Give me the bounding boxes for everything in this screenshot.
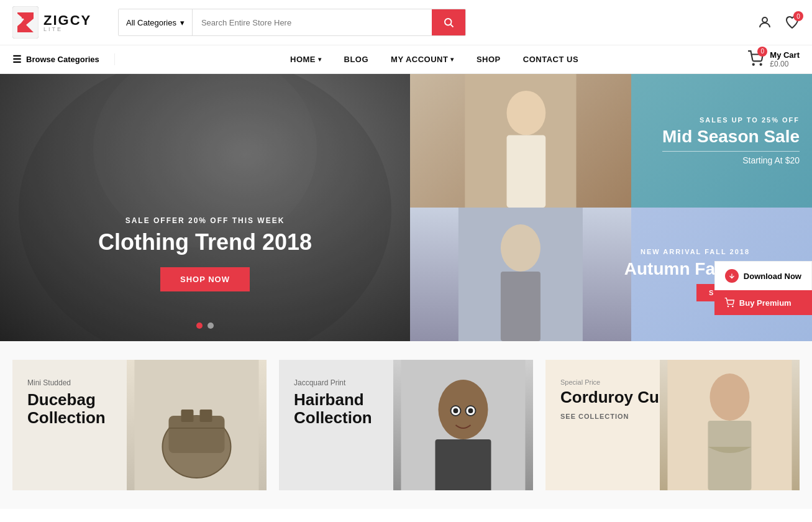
hero-offer-text: SALE OFFER 20% OFF THIS WEEK xyxy=(41,216,369,225)
nav-contact[interactable]: CONTACT US xyxy=(513,47,588,71)
nav-account-label: MY ACCOUNT xyxy=(391,55,448,64)
floating-buttons: Download Now Buy Premium xyxy=(714,261,812,315)
logo-icon: Z xyxy=(12,6,39,39)
svg-point-6 xyxy=(760,63,762,65)
product-1-image xyxy=(127,360,267,490)
svg-rect-20 xyxy=(181,410,194,422)
svg-point-5 xyxy=(753,63,754,65)
shop-now-button[interactable]: SHOP NOW xyxy=(160,267,250,291)
svg-rect-11 xyxy=(507,135,546,208)
svg-point-4 xyxy=(762,17,767,22)
bag-illustration xyxy=(127,360,267,490)
chevron-down-icon: ▾ xyxy=(450,56,454,63)
product-3-image xyxy=(660,360,800,490)
nav-blog[interactable]: BLOG xyxy=(334,47,379,71)
sale-label: SALES UP TO 25% OFF xyxy=(662,116,800,124)
buy-premium-button[interactable]: Buy Premium xyxy=(714,290,812,315)
nav-shop[interactable]: SHOP xyxy=(467,47,511,71)
nav-bar: ☰ Browse Categories HOME ▾ BLOG MY ACCOU… xyxy=(0,45,812,74)
svg-rect-21 xyxy=(200,410,212,422)
svg-point-24 xyxy=(439,380,488,439)
svg-point-28 xyxy=(454,408,458,413)
header-icons: 0 xyxy=(757,15,800,30)
nav-shop-label: SHOP xyxy=(477,55,501,64)
svg-point-29 xyxy=(468,408,473,413)
autumn-woman-illustration xyxy=(410,208,631,341)
new-arrival-label: NEW ARRIVAL FALL 2018 xyxy=(624,248,750,255)
download-label: Download Now xyxy=(744,272,801,281)
mid-season-subtitle: Starting At $20 xyxy=(662,155,800,165)
svg-rect-32 xyxy=(708,421,752,490)
download-now-button[interactable]: Download Now xyxy=(714,261,812,290)
browse-label: Browse Categories xyxy=(26,55,99,64)
user-icon xyxy=(757,15,772,30)
cart-small-icon xyxy=(724,298,734,308)
search-button[interactable] xyxy=(432,9,465,35)
category-label: All Categories xyxy=(126,18,176,27)
svg-rect-25 xyxy=(436,439,491,490)
hero-left-content: SALE OFFER 20% OFF THIS WEEK Clothing Tr… xyxy=(41,216,369,291)
products-grid: Mini Studded DucebagCollection Jaccquard… xyxy=(12,360,800,490)
nav-links: HOME ▾ BLOG MY ACCOUNT ▾ SHOP CONTACT US xyxy=(121,47,748,71)
cart-icon-wrap: 0 xyxy=(747,50,764,69)
product-card-3: Special Price Corduroy Culottes SEE COLL… xyxy=(545,360,800,490)
svg-point-31 xyxy=(710,373,750,421)
category-dropdown[interactable]: All Categories ▾ xyxy=(119,9,193,35)
chevron-down-icon: ▾ xyxy=(318,56,322,63)
menu-icon: ☰ xyxy=(12,53,21,65)
svg-point-15 xyxy=(728,306,728,306)
mid-season-image xyxy=(410,74,631,208)
header-top: Z ZIGCY LITE All Categories ▾ 0 xyxy=(0,0,812,45)
woman2-illustration xyxy=(660,360,800,490)
nav-home[interactable]: HOME ▾ xyxy=(280,47,332,71)
mid-season-text: SALES UP TO 25% OFF Mid Season Sale Star… xyxy=(662,116,800,166)
svg-point-16 xyxy=(732,306,732,306)
nav-account[interactable]: MY ACCOUNT ▾ xyxy=(381,47,464,71)
arrow-down-icon xyxy=(728,272,736,280)
svg-point-10 xyxy=(507,91,546,135)
cart-info: My Cart £0.00 xyxy=(770,50,800,68)
sale-divider xyxy=(662,151,800,152)
wishlist-button[interactable]: 0 xyxy=(785,15,800,30)
logo[interactable]: Z ZIGCY LITE xyxy=(12,6,106,39)
svg-rect-19 xyxy=(169,416,225,453)
hero-top-right: SALES UP TO 25% OFF Mid Season Sale Star… xyxy=(410,74,812,208)
dot-2[interactable] xyxy=(208,323,214,329)
svg-rect-14 xyxy=(501,272,541,341)
browse-categories[interactable]: ☰ Browse Categories xyxy=(12,53,115,65)
mid-season-title: Mid Season Sale xyxy=(662,127,800,147)
svg-line-3 xyxy=(450,24,453,27)
search-icon xyxy=(443,17,454,28)
hero-hat-illustration xyxy=(0,74,410,341)
product-2-image xyxy=(393,360,533,490)
nav-home-label: HOME xyxy=(290,55,316,64)
hero-section: SALE OFFER 20% OFF THIS WEEK Clothing Tr… xyxy=(0,74,812,341)
nav-blog-label: BLOG xyxy=(344,55,369,64)
buy-premium-label: Buy Premium xyxy=(739,298,791,308)
dot-1[interactable] xyxy=(196,323,203,329)
hero-dots xyxy=(196,323,214,329)
search-input[interactable] xyxy=(193,9,432,35)
cart-price: £0.00 xyxy=(770,60,800,68)
product-card-2: Jaccquard Print HairbandCollection xyxy=(279,360,533,490)
svg-point-13 xyxy=(501,224,541,272)
man-illustration xyxy=(393,360,533,490)
logo-name: ZIGCY LITE xyxy=(43,12,91,32)
cart-label: My Cart xyxy=(770,50,800,60)
svg-text:Z: Z xyxy=(21,16,27,25)
product-card-1: Mini Studded DucebagCollection xyxy=(12,360,267,490)
nav-contact-label: CONTACT US xyxy=(523,55,578,64)
account-button[interactable] xyxy=(757,15,772,30)
svg-point-2 xyxy=(445,19,452,25)
products-section: Mini Studded DucebagCollection Jaccquard… xyxy=(0,341,812,509)
download-icon xyxy=(725,269,739,283)
search-bar: All Categories ▾ xyxy=(118,9,466,36)
chevron-down-icon: ▾ xyxy=(180,18,185,27)
hero-left-panel: SALE OFFER 20% OFF THIS WEEK Clothing Tr… xyxy=(0,74,410,341)
hero-title: Clothing Trend 2018 xyxy=(41,230,369,255)
wishlist-badge: 0 xyxy=(793,11,803,21)
see-collection-link[interactable]: SEE COLLECTION xyxy=(560,413,629,420)
cart-area[interactable]: 0 My Cart £0.00 xyxy=(747,50,800,69)
autumn-image xyxy=(410,208,631,341)
woman-illustration xyxy=(410,74,631,208)
